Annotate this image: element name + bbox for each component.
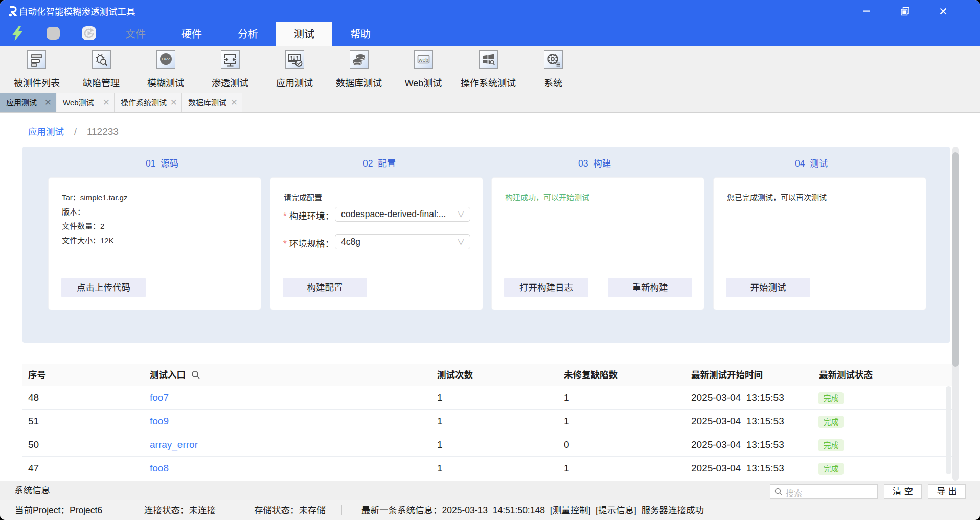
svg-text:web: web <box>418 57 428 63</box>
svg-text:FUZZ: FUZZ <box>162 57 170 61</box>
